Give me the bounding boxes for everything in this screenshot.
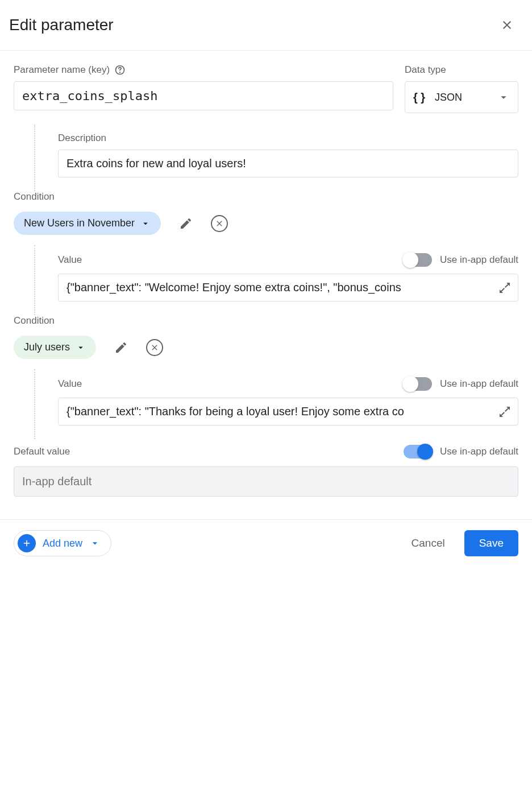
use-in-app-default-label: Use in-app default [440,254,518,266]
cancel-button[interactable]: Cancel [404,531,453,555]
pencil-icon [179,217,193,230]
condition-chip-new-users-november[interactable]: New Users in November [14,212,161,235]
use-in-app-default-toggle[interactable] [404,445,432,458]
condition-label: Condition [14,191,518,203]
expand-button[interactable] [498,281,512,295]
help-icon[interactable] [114,64,126,76]
chevron-down-icon [89,538,101,549]
default-value-input [14,466,518,497]
chevron-down-icon [76,342,86,353]
json-braces-icon: { } [413,91,427,104]
remove-condition-button[interactable] [211,215,228,232]
condition-label: Condition [14,315,518,327]
add-new-button[interactable]: Add new [14,530,111,556]
description-input[interactable] [58,150,518,177]
expand-button[interactable] [498,405,512,419]
use-in-app-default-toggle[interactable] [404,377,432,391]
chevron-down-icon [140,218,151,229]
description-label: Description [58,133,518,144]
close-icon [150,343,159,352]
svg-text:{ }: { } [413,91,425,104]
use-in-app-default-toggle[interactable] [404,253,432,267]
use-in-app-default-label: Use in-app default [440,378,518,390]
value-label: Value [58,378,82,390]
edit-condition-button[interactable] [112,338,130,357]
condition-value-input[interactable]: {"banner_text": "Welcome! Enjoy some ext… [58,274,518,301]
add-new-label: Add new [43,538,82,550]
value-label: Value [58,254,82,266]
close-icon [215,219,224,228]
chevron-down-icon [497,91,510,104]
remove-condition-button[interactable] [146,339,163,356]
edit-condition-button[interactable] [177,214,195,233]
expand-icon [498,281,512,295]
condition-chip-july-users[interactable]: July users [14,336,96,359]
use-in-app-default-label: Use in-app default [440,446,518,457]
plus-icon [18,534,36,552]
data-type-value: JSON [435,92,489,104]
condition-chip-label: July users [24,341,70,353]
condition-chip-label: New Users in November [24,217,135,229]
data-type-select[interactable]: { } JSON [405,81,518,113]
param-name-label: Parameter name (key) [14,64,110,76]
save-button[interactable]: Save [464,530,518,556]
close-button[interactable] [496,14,518,36]
expand-icon [498,405,512,419]
condition-value-input[interactable]: {"banner_text": "Thanks for being a loya… [58,398,518,425]
dialog-title: Edit parameter [9,16,114,34]
close-icon [500,18,514,32]
param-name-input[interactable] [14,81,393,110]
svg-point-1 [120,72,120,73]
pencil-icon [114,341,128,354]
default-value-label: Default value [14,446,70,457]
data-type-label: Data type [405,64,518,76]
